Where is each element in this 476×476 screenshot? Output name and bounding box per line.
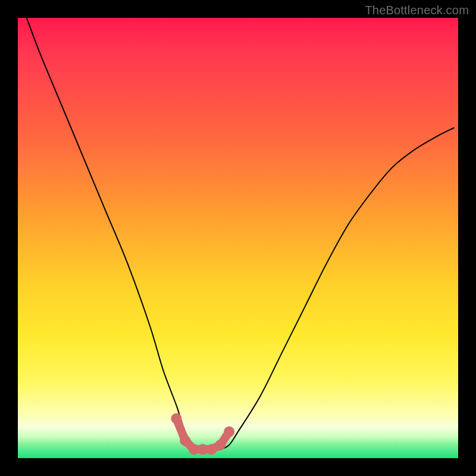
flat-bottom-highlight bbox=[171, 413, 234, 455]
bottleneck-curve bbox=[27, 18, 454, 450]
watermark-text: TheBottleneck.com bbox=[365, 4, 469, 17]
chart-frame: TheBottleneck.com bbox=[0, 0, 476, 476]
highlight-dot bbox=[180, 435, 190, 446]
plot-area bbox=[18, 18, 458, 458]
highlight-dot bbox=[215, 440, 226, 450]
chart-svg bbox=[18, 18, 458, 458]
highlight-dot bbox=[224, 427, 234, 437]
highlight-dot bbox=[171, 413, 181, 424]
